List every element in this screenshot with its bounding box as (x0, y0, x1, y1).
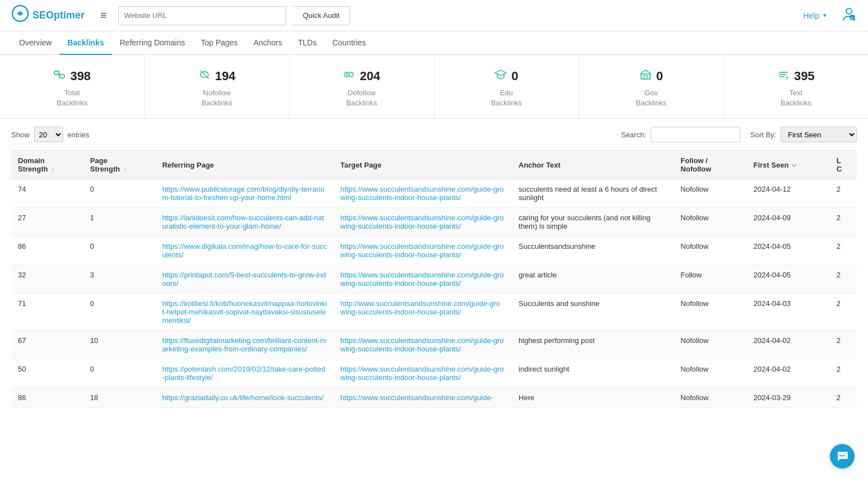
svg-point-1 (18, 12, 22, 15)
text-backlinks-number: 395 (794, 69, 815, 84)
cell-referring-page[interactable]: https://fluxedigitalmarketing.com/brilli… (156, 331, 334, 359)
table-body: 74 0 https://www.publicstorage.com/blog/… (11, 179, 857, 408)
cell-referring-page[interactable]: https://graziadaily.co.uk/life/home/look… (156, 388, 334, 408)
tab-top-pages[interactable]: Top Pages (193, 31, 245, 55)
cell-referring-page[interactable]: https://www.publicstorage.com/blog/diy/d… (156, 179, 334, 208)
table-controls: Show 10 20 50 100 entries Search: Sort B… (0, 119, 868, 150)
cell-page-strength: 18 (83, 388, 156, 408)
tab-overview[interactable]: Overview (11, 31, 59, 55)
quick-audit-button[interactable]: Quick Audit (293, 6, 351, 25)
logo[interactable]: SEOptimer (11, 4, 85, 26)
tab-countries[interactable]: Countries (324, 31, 374, 55)
cell-anchor-text: succulents need at least a 6 hours of di… (512, 179, 674, 208)
cell-lc: 2 (830, 388, 857, 408)
logo-text: SEOptimer (32, 10, 85, 21)
table-row: 50 0 https://potentash.com/2019/02/12/ta… (11, 359, 857, 388)
cell-referring-page[interactable]: https://www.digikala.com/mag/how-to-care… (156, 237, 334, 265)
header: SEOptimer ≡ Quick Audit Help ▾ + (0, 0, 868, 31)
cell-domain-strength: 74 (11, 179, 83, 208)
cell-first-seen: 2024-04-03 (746, 294, 829, 331)
user-icon[interactable]: + (841, 6, 857, 25)
tab-anchors[interactable]: Anchors (246, 31, 290, 55)
cell-referring-page[interactable]: https://kotiliesi.fi/koti/huonekasvit/na… (156, 294, 334, 331)
text-icon (777, 68, 790, 84)
cell-referring-page[interactable]: https://lanidoesit.com/how-succulents-ca… (156, 208, 334, 237)
text-backlinks-label: TextBacklinks (781, 88, 811, 108)
cell-first-seen: 2024-04-02 (746, 331, 829, 359)
cell-domain-strength: 71 (11, 294, 83, 331)
cell-target-page[interactable]: https://www.succulentsandsunshine.com/gu… (334, 388, 512, 408)
cell-referring-page[interactable]: https://potentash.com/2019/02/12/take-ca… (156, 359, 334, 388)
tab-bar: Overview Backlinks Referring Domains Top… (0, 31, 868, 55)
table-row: 86 18 https://graziadaily.co.uk/life/hom… (11, 388, 857, 408)
cell-page-strength: 3 (83, 265, 156, 294)
cell-follow-nofollow: Nofollow (674, 359, 746, 388)
cell-target-page[interactable]: https://www.succulentsandsunshine.com/gu… (334, 331, 512, 359)
col-header-anchor-text[interactable]: Anchor Text (512, 151, 674, 179)
svg-point-2 (846, 8, 852, 14)
sort-label: Sort By: (750, 131, 776, 139)
cell-target-page[interactable]: https://www.succulentsandsunshine.com/gu… (334, 208, 512, 237)
cell-referring-page[interactable]: https://printapot.com/5-best-succulents-… (156, 265, 334, 294)
dofollow-backlinks-number: 204 (360, 69, 380, 84)
hamburger-button[interactable]: ≡ (96, 7, 111, 24)
col-header-domain-strength[interactable]: DomainStrength ↕ (11, 151, 83, 179)
col-header-lc: LC (830, 151, 857, 179)
logo-icon (11, 4, 29, 26)
entries-select[interactable]: 10 20 50 100 (34, 127, 63, 142)
cell-lc: 2 (830, 208, 857, 237)
cell-page-strength: 0 (83, 294, 156, 331)
cell-anchor-text: indirect sunlight (512, 359, 674, 388)
tab-referring-domains[interactable]: Referring Domains (112, 31, 193, 55)
total-backlinks-number: 398 (70, 69, 91, 84)
search-input[interactable] (651, 127, 740, 142)
cell-lc: 2 (830, 179, 857, 208)
cell-domain-strength: 86 (11, 237, 83, 265)
cell-anchor-text: Succulentsandsunshine (512, 237, 674, 265)
cell-lc: 2 (830, 331, 857, 359)
cell-follow-nofollow: Follow (674, 265, 746, 294)
cell-anchor-text: Here (512, 388, 674, 408)
col-header-page-strength[interactable]: PageStrength ↕ (83, 151, 156, 179)
cell-domain-strength: 32 (11, 265, 83, 294)
cell-domain-strength: 50 (11, 359, 83, 388)
tab-backlinks[interactable]: Backlinks (59, 31, 111, 55)
svg-text:+: + (851, 16, 853, 20)
nofollow-backlinks-label: NofollowBacklinks (202, 88, 232, 108)
sort-select[interactable]: First Seen Domain Strength Page Strength (781, 127, 857, 142)
url-input[interactable] (118, 6, 286, 25)
cell-page-strength: 10 (83, 331, 156, 359)
svg-marker-12 (495, 70, 506, 76)
cell-follow-nofollow: Nofollow (674, 331, 746, 359)
cell-target-page[interactable]: https://www.succulentsandsunshine.com/gu… (334, 359, 512, 388)
cell-page-strength: 0 (83, 237, 156, 265)
stat-total-backlinks: 398 TotalBacklinks (0, 55, 145, 118)
col-header-first-seen[interactable]: First Seen (746, 151, 829, 179)
svg-point-10 (349, 72, 353, 77)
cell-domain-strength: 67 (11, 331, 83, 359)
cell-target-page[interactable]: https://www.succulentsandsunshine.com/gu… (334, 237, 512, 265)
cell-target-page[interactable]: https://www.succulentsandsunshine.com/gu… (334, 265, 512, 294)
gov-backlinks-number: 0 (656, 69, 663, 84)
cell-target-page[interactable]: https://www.succulentsandsunshine.com/gu… (334, 179, 512, 208)
nofollow-icon (198, 68, 211, 84)
table-row: 27 1 https://lanidoesit.com/how-succulen… (11, 208, 857, 237)
stat-dofollow-backlinks: 204 DofollowBacklinks (290, 55, 435, 118)
table-row: 32 3 https://printapot.com/5-best-succul… (11, 265, 857, 294)
col-header-target-page[interactable]: Target Page (334, 151, 512, 179)
col-header-referring-page[interactable]: Referring Page (156, 151, 334, 179)
cell-target-page[interactable]: http://www.succulentsandsunshine.com/gui… (334, 294, 512, 331)
tab-tlds[interactable]: TLDs (290, 31, 324, 55)
cell-follow-nofollow: Nofollow (674, 237, 746, 265)
chevron-down-icon: ▾ (823, 12, 827, 19)
cell-lc: 2 (830, 265, 857, 294)
cell-anchor-text: caring for your succulents (and not kill… (512, 208, 674, 237)
cell-anchor-text: highest performing post (512, 331, 674, 359)
nofollow-backlinks-number: 194 (215, 69, 236, 84)
cell-page-strength: 0 (83, 359, 156, 388)
backlinks-table: DomainStrength ↕ PageStrength ↕ Referrin… (11, 150, 857, 408)
backlinks-icon (53, 68, 66, 84)
col-header-follow-nofollow[interactable]: Follow /Nofollow (674, 151, 746, 179)
help-button[interactable]: Help ▾ (803, 11, 827, 20)
cell-domain-strength: 86 (11, 388, 83, 408)
